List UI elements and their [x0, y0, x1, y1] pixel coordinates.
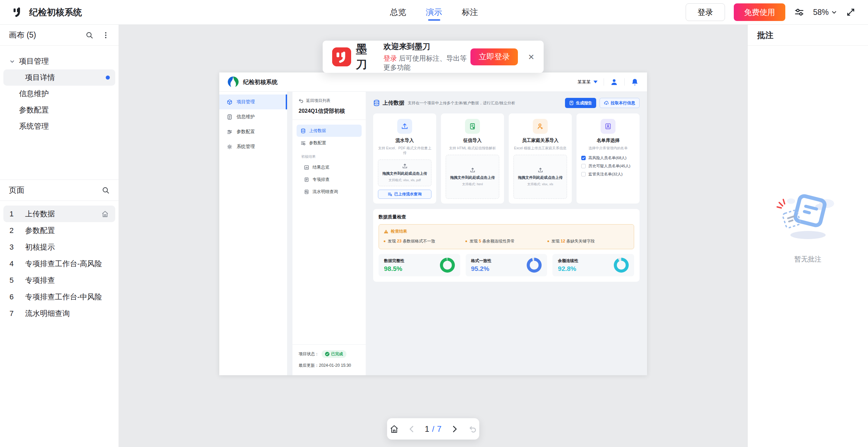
fullscreen-icon[interactable] [846, 7, 856, 17]
page-item-parameter-config[interactable]: 2 参数配置 [3, 222, 115, 239]
user-dropdown[interactable]: 某某某 [578, 79, 598, 85]
page-counter: 1 / 7 [425, 424, 441, 434]
dropzone-family[interactable]: 拖拽文件到此处或点击上传 支持格式: xlsx, xls [513, 155, 567, 199]
page-item-special-check-mid[interactable]: 6 专项排查工作台-中风险 [3, 289, 115, 305]
tree-item-project-detail[interactable]: 项目详情 [3, 69, 115, 86]
checkbox-icon [581, 156, 586, 160]
nav-item-project-management[interactable]: 项目管理 [219, 94, 287, 109]
finding-item: 发现 5 条余额连续性异常 [465, 238, 547, 244]
nav-item-system-management[interactable]: 系统管理 [219, 139, 287, 154]
bell-icon[interactable] [631, 78, 639, 86]
annotation-sidebar: 批注 暂无批注 [747, 25, 868, 447]
tree-item-project-management[interactable]: 项目管理 [3, 53, 115, 69]
uploaded-transaction-query-button[interactable]: 已上传流水查询 [378, 190, 431, 199]
pages-section: 页面 1 上传数据 2 参数配置 3 初核提示 [0, 180, 119, 447]
menu-item-upload-data[interactable]: 上传数据 [297, 125, 362, 137]
chevron-down-icon[interactable] [9, 58, 16, 65]
page-label: 专项排查工作台-中风险 [25, 292, 102, 302]
prev-page-icon[interactable] [407, 424, 417, 434]
nav-item-label: 项目管理 [237, 99, 255, 105]
metric-balance-continuity: 余额连续性 92.8% [552, 254, 634, 276]
updated-label: 最后更新： [299, 363, 319, 368]
donut-chart [614, 258, 629, 273]
page-item-initial-review-hint[interactable]: 3 初核提示 [3, 239, 115, 255]
nav-item-parameter-config[interactable]: 参数配置 [219, 124, 287, 139]
empty-annotation-illustration [772, 188, 844, 246]
tree-item-system-management[interactable]: 系统管理 [3, 118, 115, 134]
tree-item-parameter-config[interactable]: 参数配置 [3, 102, 115, 118]
dropzone-credit[interactable]: 拖拽文件到此处或点击上传 支持格式: html [446, 155, 499, 199]
empty-annotation-text: 暂无批注 [794, 255, 822, 264]
metric-value: 95.2% [471, 265, 491, 273]
bar-chart-icon [304, 165, 309, 170]
check-result-label: 检查结果 [391, 229, 407, 234]
login-now-button[interactable]: 立即登录 [470, 48, 518, 65]
modao-app-logo-icon [12, 6, 24, 18]
cube-icon [227, 99, 233, 105]
page-item-special-check[interactable]: 5 专项排查 [3, 272, 115, 289]
menu-item-parameter-config[interactable]: 参数配置 [297, 137, 362, 149]
metric-label: 格式一致性 [471, 258, 491, 264]
close-icon[interactable]: × [528, 52, 534, 62]
preferences-sliders-icon[interactable] [794, 7, 804, 17]
page-item-upload-data[interactable]: 1 上传数据 [3, 206, 115, 222]
card-title: 名单库选择 [597, 137, 620, 144]
banner-login-link[interactable]: 登录 [383, 55, 397, 62]
data-quality-section: 数据质量检查 检查结果 发现 23 条数据格式不一致 [373, 209, 640, 282]
total-pages: 7 [437, 424, 441, 434]
checkbox-high-risk-list[interactable]: 高风险人员名单(68人) [581, 155, 635, 161]
tab-annotation[interactable]: 标注 [462, 0, 478, 25]
dropzone-text: 拖拽文件到此处或点击上传 [518, 175, 563, 180]
upload-tray-icon [402, 163, 408, 169]
login-button[interactable]: 登录 [686, 3, 725, 21]
tree-item-info-maintenance[interactable]: 信息维护 [3, 86, 115, 102]
user-avatar-icon[interactable] [610, 78, 618, 86]
back-label: 返回项目列表 [306, 98, 330, 104]
search-icon[interactable] [102, 186, 110, 194]
menu-item-transaction-query[interactable]: 流水明细查询 [300, 186, 362, 198]
check-result-box: 检查结果 发现 23 条数据格式不一致 发现 5 条余额连续性异常 [379, 224, 634, 249]
page-number: 3 [9, 243, 25, 252]
generate-report-button[interactable]: 生成报告 [565, 98, 596, 108]
card-title: 员工家庭关系导入 [522, 137, 559, 144]
top-bar: 纪检初核系统 总览 演示 标注 登录 免费使用 58% [0, 0, 868, 25]
back-to-project-list[interactable]: 返回项目列表 [299, 98, 360, 104]
content-subtitle: 支持在一个项目中上传多个主体/账户数据，进行汇总/独立分析 [408, 101, 515, 106]
page-label: 参数配置 [25, 226, 55, 236]
metric-format-consistency: 格式一致性 95.2% [466, 254, 547, 276]
dropzone-transaction[interactable]: 拖拽文件到此处或点击上传 支持格式: xlsx, xls, pdf [378, 159, 431, 186]
section-label: 初核结果 [301, 154, 362, 159]
page-number: 7 [9, 309, 25, 318]
page-item-special-check-high[interactable]: 4 专项排查工作台-高风险 [3, 255, 115, 272]
menu-item-label: 上传数据 [309, 128, 326, 134]
home-icon[interactable] [389, 424, 399, 434]
database-icon [301, 128, 306, 133]
more-kebab-icon[interactable] [102, 31, 110, 39]
menu-item-special-check[interactable]: 专项排查 [300, 173, 362, 186]
fetch-bank-info-button[interactable]: 拉取本行信息 [600, 98, 640, 108]
next-page-icon[interactable] [450, 424, 459, 434]
checkbox-history-suspect-list[interactable]: 历史可疑人员名单(45人) [581, 164, 635, 169]
upload-cards: 流水导入 支持 Excel、PDF 格式文件批量上传 拖拽文件到此处或点击上传 … [373, 113, 640, 204]
quality-title: 数据质量检查 [379, 214, 634, 220]
tree-item-label: 系统管理 [19, 121, 49, 131]
list-search-icon [388, 192, 392, 196]
checkbox-label: 监管关注名单(32人) [588, 172, 623, 177]
page-label: 专项排查 [25, 275, 55, 285]
checkbox-regulator-watch-list[interactable]: 监管关注名单(32人) [581, 172, 635, 177]
project-status-block: 项目状态： 已完成 最后更新：2024-01-20 15:30 [292, 344, 366, 375]
presentation-pager: 1 / 7 [387, 418, 479, 440]
zoom-level-dropdown[interactable]: 58% [813, 8, 837, 17]
card-desc: 支持 HTML 格式征信报告解析 [449, 146, 496, 151]
restart-icon[interactable] [467, 424, 477, 434]
free-use-button[interactable]: 免费使用 [734, 3, 785, 21]
menu-item-result-overview[interactable]: 结果总览 [300, 161, 362, 173]
tab-presentation[interactable]: 演示 [426, 0, 442, 25]
bullet-dot [465, 240, 467, 242]
search-icon[interactable] [85, 31, 94, 39]
finding-item: 发现 12 条缺失关键字段 [547, 238, 629, 244]
dropzone-formats: 支持格式: xlsx, xls, pdf [388, 178, 421, 183]
nav-item-info-maintenance[interactable]: 信息维护 [219, 109, 287, 124]
tab-overview[interactable]: 总览 [390, 0, 406, 25]
page-item-transaction-detail[interactable]: 7 流水明细查询 [3, 305, 115, 322]
